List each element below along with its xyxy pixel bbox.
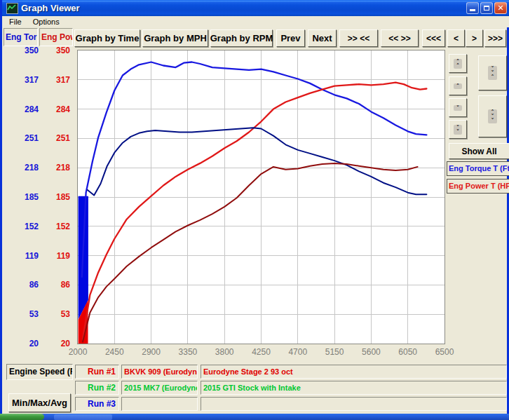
show-all-button[interactable]: Show All: [449, 143, 509, 159]
y-tick-torque-53: 53: [6, 309, 39, 319]
expand-vertical-icon: ˄˅˅: [488, 109, 497, 123]
run-1-desc-field[interactable]: Eurodyne Stage 2 93 oct: [201, 365, 507, 379]
y-tick-power-317: 317: [43, 75, 70, 85]
x-tick-5150: 5150: [317, 347, 352, 357]
y-tick-power-350: 350: [43, 46, 70, 55]
x-tick-4250: 4250: [244, 347, 279, 357]
run-label-3: Run #3: [75, 397, 119, 411]
chevron-glyph: ˄: [456, 84, 460, 88]
min-max-avg-button[interactable]: Min/Max/Avg: [8, 393, 71, 412]
y-tick-power-218: 218: [43, 163, 70, 172]
x-tick-3800: 3800: [207, 347, 242, 357]
scroll-down-icon: ˅: [454, 105, 463, 111]
scroll-up-double-icon: ˄˄: [454, 59, 463, 69]
title-bar[interactable]: Graph Viewer ✕: [2, 0, 509, 16]
close-button[interactable]: ✕: [494, 2, 507, 14]
series-run-2-eng-torque-t-ft-lbs: [88, 128, 427, 195]
chevron-glyph: ˄: [456, 64, 460, 68]
menu-item-options[interactable]: Options: [33, 18, 60, 26]
y-tick-torque-218: 218: [6, 163, 39, 172]
toolbar-button-prev[interactable]: Prev: [276, 29, 305, 47]
y-tick-power-119: 119: [43, 251, 70, 261]
toolbar-button-sym-5[interactable]: >> <<: [339, 29, 378, 47]
maximize-button[interactable]: [480, 2, 493, 14]
run-2-desc-field[interactable]: 2015 GTI Stock with Intake: [201, 381, 507, 395]
toolbar-button-sym-10[interactable]: >>>: [484, 29, 506, 47]
toolbar-button-graph-by-mph[interactable]: Graph by MPH: [142, 29, 208, 47]
taskbar[interactable]: [0, 414, 509, 420]
menu-item-file[interactable]: File: [9, 18, 22, 26]
engine-speed-label-box: Engine Speed (RP: [6, 364, 73, 380]
y-tick-torque-284: 284: [6, 104, 39, 114]
y-tick-power-251: 251: [43, 133, 70, 143]
compress-vertical-icon: ˅˅˄: [488, 66, 497, 80]
menu-bar: FileOptions: [4, 16, 509, 27]
y-tick-power-53: 53: [43, 309, 70, 319]
minimize-icon: [470, 9, 475, 11]
series-run-1-eng-power-t-hp: [83, 83, 426, 339]
y-tick-torque-20: 20: [6, 339, 39, 348]
x-tick-2450: 2450: [97, 347, 132, 357]
toolbar-button-graph-by-time[interactable]: Graph by Time: [74, 29, 140, 47]
run-1-name-field[interactable]: BKVK 909 (Eurodyne, B: [121, 365, 198, 379]
y-tick-power-185: 185: [43, 192, 70, 202]
scroll-down-double-icon: ˅˅: [454, 125, 463, 135]
run-3-desc-field[interactable]: [201, 397, 507, 411]
chart-canvas: [78, 50, 444, 344]
scroll-up-button[interactable]: ˄: [449, 76, 467, 95]
minimize-button[interactable]: [466, 2, 479, 14]
series-run-1-eng-torque-t-ft-lbs: [82, 62, 427, 278]
scroll-down-button[interactable]: ˅: [449, 98, 467, 117]
toolbar-button-sym-7[interactable]: <<<: [422, 29, 445, 47]
toolbar-button-sym-6[interactable]: << >>: [381, 29, 419, 47]
graph-viewer-window: Graph Viewer ✕ FileOptions Eng Torqu Eng…: [0, 0, 509, 414]
legend-entry-eng-power-t-hp[interactable]: Eng Power T (HP): [447, 179, 509, 194]
start-button-fragment[interactable]: [0, 414, 44, 420]
run-3-name-field[interactable]: [121, 397, 198, 411]
toolbar-button-graph-by-rpm[interactable]: Graph by RPM: [210, 29, 273, 47]
scroll-up-icon: ˄: [454, 83, 463, 89]
y-tick-torque-86: 86: [6, 280, 39, 290]
chevron-glyph: ˅: [456, 106, 460, 110]
screen: Graph Viewer ✕ FileOptions Eng Torqu Eng…: [0, 0, 509, 420]
scroll-down-double-button[interactable]: ˅˅: [449, 120, 467, 139]
window-controls: ✕: [466, 2, 507, 14]
app-icon: [6, 3, 18, 14]
y-tick-torque-152: 152: [6, 222, 39, 231]
x-tick-6500: 6500: [427, 347, 462, 357]
legend-entry-eng-torque-t-ft-l[interactable]: Eng Torque T (Ft-L: [447, 161, 509, 176]
x-tick-4700: 4700: [280, 347, 315, 357]
series-run-2-eng-power-t-hp: [83, 163, 418, 342]
maximize-icon: [484, 6, 489, 11]
y-tick-power-284: 284: [43, 104, 70, 114]
chevron-glyph: ˅: [456, 130, 460, 134]
x-tick-5600: 5600: [353, 347, 388, 357]
expand-vertical-button[interactable]: ˄˅˅: [478, 95, 507, 137]
x-tick-6050: 6050: [391, 347, 426, 357]
eng-power-axis-title: Eng Powe: [39, 28, 73, 46]
y-tick-torque-317: 317: [6, 75, 39, 85]
compress-vertical-button[interactable]: ˅˅˄: [478, 55, 507, 90]
x-tick-2900: 2900: [134, 347, 169, 357]
close-icon: ✕: [497, 4, 503, 12]
run-label-2: Run #2: [75, 381, 119, 395]
x-tick-3350: 3350: [170, 347, 205, 357]
y-tick-torque-251: 251: [6, 133, 39, 143]
run-label-1: Run #1: [75, 365, 119, 379]
toolbar-button-sym-9[interactable]: >: [466, 29, 483, 47]
y-tick-power-86: 86: [43, 280, 70, 290]
chevron-glyph: ˄: [491, 75, 494, 79]
scroll-up-double-button[interactable]: ˄˄: [449, 54, 467, 73]
window-title: Graph Viewer: [21, 3, 80, 13]
chevron-glyph: ˅: [491, 118, 494, 123]
toolbar-button-sym-8[interactable]: <: [447, 29, 465, 47]
taskbar-window-button[interactable]: [54, 414, 112, 420]
toolbar-button-next[interactable]: Next: [308, 29, 337, 47]
y-tick-torque-350: 350: [6, 46, 39, 55]
eng-torque-axis-title: Eng Torqu: [4, 28, 38, 46]
run-2-name-field[interactable]: 2015 MK7 (Eurodyne, E: [121, 381, 198, 395]
y-tick-torque-119: 119: [6, 251, 39, 261]
y-tick-power-152: 152: [43, 222, 70, 231]
plot-area: [77, 50, 445, 344]
y-tick-torque-185: 185: [6, 192, 39, 202]
